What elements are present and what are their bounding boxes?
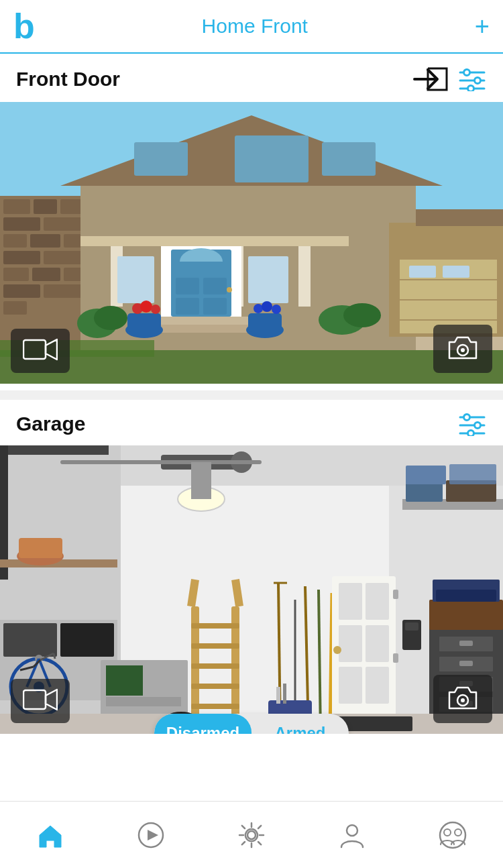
disarmed-toggle-option[interactable]: Disarmed — [154, 714, 252, 734]
nav-family[interactable] — [425, 815, 481, 855]
svg-rect-20 — [3, 268, 29, 281]
nav-account[interactable] — [324, 815, 380, 855]
svg-rect-144 — [393, 653, 398, 663]
svg-rect-134 — [283, 684, 286, 704]
svg-point-77 — [464, 415, 470, 421]
svg-rect-14 — [44, 217, 84, 231]
svg-rect-28 — [134, 142, 188, 176]
garage-header: Garage — [0, 400, 503, 445]
svg-rect-23 — [3, 284, 40, 298]
svg-point-43 — [227, 287, 232, 292]
svg-rect-46 — [148, 317, 255, 325]
svg-point-142 — [333, 646, 341, 654]
svg-rect-11 — [34, 199, 57, 214]
svg-marker-168 — [46, 690, 57, 710]
svg-rect-38 — [180, 262, 223, 275]
armed-toggle-option[interactable]: Armed — [252, 714, 349, 734]
svg-rect-91 — [60, 460, 262, 464]
camera-snapshot-button[interactable] — [433, 325, 492, 373]
garage-settings-sliders-icon[interactable] — [457, 412, 487, 436]
front-door-controls — [413, 66, 487, 93]
front-door-header: Front Door — [0, 54, 503, 102]
play-icon — [136, 820, 166, 850]
svg-point-61 — [343, 303, 381, 327]
svg-rect-114 — [191, 684, 239, 689]
garage-title: Garage — [16, 413, 85, 435]
camera-icon — [445, 333, 480, 362]
svg-rect-133 — [276, 687, 280, 704]
svg-point-75 — [461, 348, 465, 352]
svg-point-176 — [444, 829, 451, 836]
svg-rect-136 — [339, 583, 362, 620]
settings-sliders-icon[interactable] — [457, 67, 487, 91]
svg-rect-12 — [60, 199, 84, 214]
svg-point-173 — [247, 831, 256, 839]
svg-rect-54 — [248, 313, 282, 332]
svg-rect-18 — [3, 251, 40, 264]
svg-rect-16 — [30, 234, 60, 248]
settings-icon — [237, 820, 266, 850]
garage-feed[interactable]: Disarmed Armed — [0, 445, 503, 734]
svg-rect-141 — [366, 667, 389, 704]
svg-rect-119 — [106, 665, 143, 696]
svg-rect-166 — [449, 464, 496, 484]
svg-line-116 — [191, 580, 195, 606]
svg-rect-24 — [44, 284, 84, 298]
svg-rect-99 — [60, 623, 114, 657]
svg-rect-163 — [406, 483, 443, 502]
svg-rect-39 — [176, 278, 199, 294]
svg-point-3 — [475, 78, 481, 84]
toggle-spacer — [0, 741, 503, 774]
add-button[interactable]: + — [475, 12, 490, 41]
svg-rect-45 — [248, 256, 288, 303]
svg-rect-68 — [443, 266, 469, 278]
svg-rect-72 — [23, 340, 46, 359]
svg-rect-159 — [436, 590, 496, 602]
arm-toggle[interactable]: Disarmed Armed — [154, 714, 349, 734]
nav-settings[interactable] — [223, 815, 280, 855]
svg-rect-138 — [339, 625, 362, 662]
svg-marker-172 — [148, 830, 158, 840]
garage-video-button[interactable] — [11, 679, 70, 723]
svg-rect-10 — [3, 199, 30, 214]
svg-line-128 — [330, 593, 332, 734]
svg-rect-120 — [106, 697, 181, 706]
front-door-feed[interactable] — [0, 102, 503, 384]
svg-rect-139 — [366, 625, 389, 662]
bottom-nav — [0, 801, 503, 868]
svg-rect-111 — [191, 623, 239, 629]
svg-point-175 — [440, 822, 465, 848]
svg-rect-49 — [127, 313, 161, 332]
nav-play[interactable] — [123, 815, 179, 855]
app-logo: b — [13, 9, 35, 44]
svg-point-59 — [94, 306, 127, 330]
svg-point-174 — [347, 825, 357, 836]
svg-rect-34 — [298, 246, 311, 307]
svg-rect-115 — [191, 704, 239, 709]
garage-controls — [457, 412, 487, 436]
svg-rect-41 — [176, 298, 199, 315]
svg-rect-96 — [19, 538, 62, 558]
garage-camera-snapshot-button[interactable] — [433, 675, 492, 723]
svg-rect-165 — [406, 466, 446, 484]
svg-rect-29 — [235, 135, 309, 182]
svg-rect-30 — [322, 142, 376, 176]
svg-point-55 — [254, 304, 263, 313]
svg-rect-167 — [23, 690, 46, 709]
section-divider — [0, 390, 503, 400]
svg-rect-93 — [191, 462, 211, 499]
front-door-title: Front Door — [16, 68, 120, 91]
svg-rect-42 — [203, 298, 227, 315]
arrow-icon[interactable] — [413, 66, 448, 93]
svg-line-108 — [54, 653, 55, 659]
svg-rect-146 — [405, 622, 418, 631]
svg-rect-151 — [459, 661, 473, 666]
svg-rect-44 — [117, 256, 154, 303]
svg-rect-19 — [44, 251, 84, 264]
video-button[interactable] — [11, 329, 70, 373]
svg-rect-140 — [339, 667, 362, 704]
svg-point-5 — [468, 86, 474, 92]
svg-rect-149 — [459, 641, 473, 646]
nav-home[interactable] — [22, 815, 78, 855]
garage-video-icon — [23, 687, 58, 712]
